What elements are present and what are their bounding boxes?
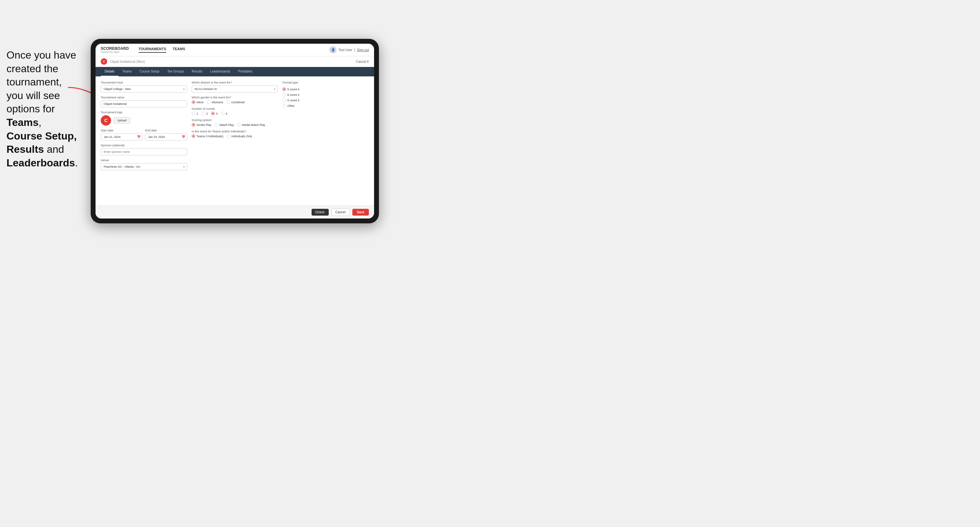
end-date-field: End date 📅 [145, 129, 187, 140]
instruction-bold4: Leaderboards [6, 157, 75, 169]
rounds-1-dot [192, 112, 195, 115]
event-for-field: Is this event for Teams and/or Individua… [192, 130, 278, 138]
format-other[interactable]: Other [282, 104, 369, 108]
division-label: Which division is the event for? [192, 81, 278, 84]
end-date-label: End date [145, 129, 187, 132]
start-date-label: Start date [101, 129, 143, 132]
tab-teams[interactable]: Teams [119, 67, 136, 76]
event-for-teams[interactable]: Teams (+Individuals) [192, 134, 223, 138]
gender-womens-dot [207, 100, 210, 104]
sponsor-field: Sponsor (optional) [101, 144, 187, 156]
instruction-bold1: Teams [6, 116, 38, 128]
host-field: Tournament Host Clippd College - Men [101, 81, 187, 92]
start-date-input[interactable] [101, 133, 143, 140]
format-5count4[interactable]: 5 count 4 [282, 87, 369, 91]
rounds-1[interactable]: 1 [192, 112, 198, 115]
cancel-button[interactable]: Cancel [331, 208, 350, 216]
scoring-medal-dot [237, 123, 241, 127]
gender-label: Which gender is the event for? [192, 96, 278, 99]
upload-button[interactable]: Upload [114, 117, 130, 124]
nav-teams[interactable]: TEAMS [173, 47, 185, 53]
main-content: Tournament Host Clippd College - Men Tou… [95, 76, 374, 206]
division-select-wrapper: NCAA Division III [192, 86, 278, 92]
format-radio-group: 5 count 4 6 count 4 6 count 5 Other [282, 87, 369, 108]
venue-select-wrapper: Peachtree GC - Atlanta - GA [101, 163, 187, 170]
tab-printables[interactable]: Printables [234, 67, 256, 76]
cancel-x-button[interactable]: Cancel X [356, 60, 369, 63]
col-left: Tournament Host Clippd College - Men Tou… [101, 81, 187, 170]
scoring-match[interactable]: Match Play [215, 123, 234, 127]
end-date-icon: 📅 [182, 135, 185, 138]
venue-select[interactable]: Peachtree GC - Atlanta - GA [101, 163, 187, 170]
tab-details[interactable]: Details [101, 67, 119, 76]
scoring-field: Scoring system Stroke Play Match Play [192, 119, 278, 127]
tournament-header: C Clippd Invitational (Men) Cancel X [95, 56, 374, 67]
gender-field: Which gender is the event for? Mens Wome… [192, 96, 278, 104]
tablet-screen: SCOREBOARD Powered by clippd TOURNAMENTS… [95, 44, 374, 219]
tournament-name-input[interactable] [101, 100, 187, 108]
start-date-wrapper: 📅 [101, 133, 143, 140]
format-other-dot [282, 104, 286, 108]
tab-results[interactable]: Results [188, 67, 206, 76]
format-6count5-dot [282, 98, 286, 102]
nav-tournaments[interactable]: TOURNAMENTS [138, 47, 166, 53]
end-date-input[interactable] [145, 133, 187, 140]
logo-sub: Powered by clippd [101, 51, 129, 53]
rounds-4-dot [221, 112, 224, 115]
sponsor-label: Sponsor (optional) [101, 144, 187, 147]
scoring-medal[interactable]: Medal Match Play [237, 123, 265, 127]
sign-out-link[interactable]: Sign out [357, 48, 369, 52]
col-right: Format type 5 count 4 6 count 4 6 count … [282, 81, 369, 170]
user-name: Test User [339, 48, 352, 52]
tab-bar: Details Teams Course Setup Tee Groups Re… [95, 67, 374, 76]
instruction-line3: tournament, [6, 76, 62, 88]
instruction-line1: Once you have [6, 49, 76, 61]
user-info: 👤 Test User | Sign out [329, 46, 369, 53]
delete-button[interactable]: Delete [312, 209, 329, 216]
start-date-icon: 📅 [137, 135, 140, 138]
sponsor-input[interactable] [101, 148, 187, 156]
dates-row: Start date 📅 End date 📅 [101, 129, 187, 140]
gender-mens[interactable]: Mens [192, 100, 204, 104]
scoring-radio-group: Stroke Play Match Play Medal Match Play [192, 123, 278, 127]
gender-combined-dot [226, 100, 230, 104]
tournament-title-row: C Clippd Invitational (Men) [101, 58, 145, 65]
gender-radio-group: Mens Womens Combined [192, 100, 278, 104]
gender-mens-dot [192, 100, 195, 104]
rounds-4[interactable]: 4 [221, 112, 228, 115]
logo: SCOREBOARD Powered by clippd [101, 47, 129, 53]
venue-label: Venue [101, 159, 187, 162]
format-6count5[interactable]: 6 count 5 [282, 98, 369, 102]
tournament-icon: C [101, 58, 107, 65]
tab-leaderboards[interactable]: Leaderboards [206, 67, 234, 76]
rounds-3[interactable]: 3 [211, 112, 218, 115]
rounds-2[interactable]: 2 [202, 112, 208, 115]
gender-womens[interactable]: Womens [207, 100, 223, 104]
instruction-line5: options for [6, 103, 55, 114]
save-button[interactable]: Save [352, 209, 369, 216]
division-select[interactable]: NCAA Division III [192, 86, 278, 92]
rounds-2-dot [202, 112, 205, 115]
gender-combined[interactable]: Combined [226, 100, 245, 104]
top-nav: SCOREBOARD Powered by clippd TOURNAMENTS… [95, 44, 374, 56]
host-select[interactable]: Clippd College - Men [101, 86, 187, 92]
rounds-field: Number of rounds 1 2 3 [192, 107, 278, 115]
user-avatar: 👤 [329, 46, 336, 53]
tab-course-setup[interactable]: Course Setup [136, 67, 163, 76]
tab-tee-groups[interactable]: Tee Groups [163, 67, 188, 76]
instruction-bold3: Results [6, 143, 44, 155]
logo-label: Tournament logo [101, 111, 187, 114]
scoring-stroke-dot [192, 123, 195, 127]
format-6count4[interactable]: 6 count 4 [282, 93, 369, 97]
footer-bar: Delete Cancel Save [95, 206, 374, 219]
user-separator: | [354, 48, 355, 52]
scoring-stroke[interactable]: Stroke Play [192, 123, 212, 127]
col-mid: Which division is the event for? NCAA Di… [192, 81, 278, 170]
division-field: Which division is the event for? NCAA Di… [192, 81, 278, 92]
event-for-radio-group: Teams (+Individuals) Individuals Only [192, 134, 278, 138]
logo-area: SCOREBOARD Powered by clippd TOURNAMENTS… [101, 47, 185, 53]
scoring-match-dot [215, 123, 218, 127]
event-for-individuals[interactable]: Individuals Only [226, 134, 252, 138]
host-label: Tournament Host [101, 81, 187, 84]
host-select-wrapper: Clippd College - Men [101, 86, 187, 92]
